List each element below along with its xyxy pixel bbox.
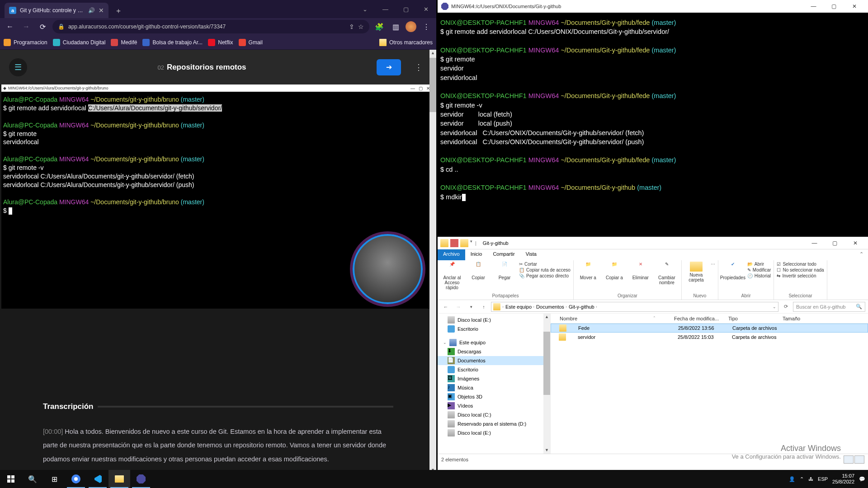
paste-shortcut-button[interactable]: 📎Pegar acceso directo [519,273,571,278]
network-icon[interactable]: 🖧 [808,476,813,482]
tab-inicio[interactable]: Inicio [465,249,488,260]
scroll-up-icon[interactable]: ▲ [429,50,436,56]
address-bar[interactable]: 🔒 app.aluracursos.com/course/git-github-… [52,20,369,33]
select-all-button[interactable]: ☑Seleccionar todo [777,262,824,267]
paste-button[interactable]: 📄Pegar [493,262,516,280]
col-date[interactable]: Fecha de modifica... [670,316,725,321]
chrome-taskbar-icon[interactable] [65,470,87,488]
path-segment[interactable]: Este equipo› [505,304,534,310]
path-segment[interactable]: Documentos› [536,304,567,310]
tree-item-disk-c[interactable]: Disco local (C:) [438,410,550,419]
more-menu-icon[interactable]: ⋮ [410,62,427,72]
refresh-button[interactable]: ⟳ [780,301,791,312]
tree-item-disk-e2[interactable]: Disco local (E:) [438,428,550,437]
close-button[interactable]: ✕ [416,2,436,16]
open-button[interactable]: 📂Abrir [747,262,771,267]
up-button[interactable]: ↑ [478,301,489,312]
qat-dropdown-icon[interactable]: ▾ [470,239,472,247]
tab-compartir[interactable]: Compartir [487,249,520,260]
clock[interactable]: 15:07 25/8/2022 [832,473,854,485]
edit-button[interactable]: ✎Modificar [747,267,771,272]
properties-icon[interactable] [450,239,458,247]
icons-view-button[interactable] [854,455,864,464]
bookmark-gmail[interactable]: Gmail [239,39,263,46]
explorer-search[interactable]: Buscar en Git-y-github 🔍 [793,302,865,312]
back-button[interactable]: ← [4,20,16,33]
git-taskbar-icon[interactable] [130,470,152,488]
extensions-icon[interactable]: 🧩 [373,20,386,33]
minimize-button[interactable]: ― [375,2,396,16]
maximize-button[interactable]: ▢ [824,0,844,13]
git-bash-titlebar[interactable]: MINGW64:/c/Users/ONIX/Documents/Git-y-gi… [438,0,868,13]
tree-item-images[interactable]: 🖼Imágenes [438,374,550,383]
git-bash-body[interactable]: ONIX@DESKTOP-PACHHF1 MINGW64 ~/Documents… [438,13,868,207]
file-row-fede[interactable]: Fede 25/8/2022 13:56 Carpeta de archivos [551,324,868,333]
recent-dropdown-icon[interactable]: ▾ [466,301,476,312]
folder-icon[interactable] [440,239,448,247]
maximize-button[interactable]: ▢ [825,237,845,249]
copy-path-button[interactable]: 📋Copiar ruta de acceso [519,267,571,272]
col-type[interactable]: Tipo [725,316,779,321]
scrollbar-thumb[interactable] [429,58,436,112]
tab-vista[interactable]: Vista [520,249,542,260]
tree-item-desktop[interactable]: Escritorio [438,324,550,333]
pin-button[interactable]: 📌Anclar al Acceso rápido [440,262,464,290]
tree-item-disk-d[interactable]: Reservado para el sistema (D:) [438,419,550,428]
col-size[interactable]: Tamaño [779,316,815,321]
rename-button[interactable]: ✎Cambiar nombre [655,262,679,285]
tab-close-icon[interactable]: ✕ [99,7,104,14]
new-folder-button[interactable]: Nueva carpeta [684,262,708,282]
taskbar[interactable]: 🔍 ⊞ 👤 ⌃ 🖧 ESP 15:07 25/8/2022 💬 [0,470,868,488]
properties-button[interactable]: ✔Propiedades [721,262,745,280]
start-button[interactable] [0,470,22,488]
reload-button[interactable]: ⟳ [36,20,49,33]
tree-item-disk-e[interactable]: Disco local (E:) [438,315,550,324]
new-folder-icon[interactable] [460,239,468,247]
minimize-icon[interactable]: ― [410,86,415,91]
details-view-button[interactable] [844,455,854,464]
notifications-icon[interactable]: 💬 [859,476,865,482]
course-menu-button[interactable]: ☰ [9,58,27,76]
new-item-button[interactable]: ⋯ [711,262,715,267]
reading-list-icon[interactable]: ▥ [389,20,402,33]
col-name[interactable]: Nombre ⌃ [551,316,670,321]
delete-button[interactable]: ✕Eliminar [629,262,652,280]
back-button[interactable]: ← [440,301,451,312]
vscode-taskbar-icon[interactable] [87,470,108,488]
forward-button[interactable]: → [20,20,33,33]
star-icon[interactable]: ☆ [358,23,364,30]
path-bar[interactable]: › Este equipo› Documentos› Git-y-github›… [491,302,778,312]
profile-avatar[interactable] [406,21,416,32]
bookmark-ciudadano-digital[interactable]: Ciudadano Digital [53,39,106,46]
share-icon[interactable]: ⇪ [349,23,354,30]
people-icon[interactable]: 👤 [789,476,795,482]
bookmark-netflix[interactable]: Netflix [208,39,233,46]
path-dropdown-icon[interactable]: ⌄ [773,305,776,309]
select-none-button[interactable]: ☐No seleccionar nada [777,267,824,272]
search-icon[interactable]: 🔍 [856,304,862,310]
move-to-button[interactable]: 📁Mover a [576,262,600,280]
mute-icon[interactable]: 🔊 [88,7,95,14]
minimize-button[interactable]: ― [804,237,825,249]
language-indicator[interactable]: ESP [818,476,828,482]
collapse-ribbon-icon[interactable]: ⌃ [855,249,868,260]
bookmark-programacion[interactable]: Programacion [4,39,47,46]
path-segment[interactable]: Git-y-github› [569,304,597,310]
tray-chevron-icon[interactable]: ⌃ [800,476,804,482]
cut-button[interactable]: ✂Cortar [519,262,571,267]
tree-item-downloads[interactable]: ⬇Descargas [438,347,550,356]
task-view-button[interactable]: ⊞ [43,470,65,488]
search-button[interactable]: 🔍 [22,470,43,488]
bookmark-medife[interactable]: Medifé [111,39,137,46]
video-area[interactable]: ◆ MINGW64:/c/Users/Alura/Documents/git-y… [1,84,432,374]
new-tab-button[interactable]: ＋ [112,5,125,17]
file-list[interactable]: Nombre ⌃ Fecha de modifica... Tipo Tamañ… [551,314,868,454]
chrome-dropdown-icon[interactable]: ⌄ [355,2,375,16]
close-button[interactable]: ✕ [845,237,865,249]
minimize-button[interactable]: ― [803,0,824,13]
tab-archivo[interactable]: Archivo [438,249,465,260]
tree-item-music[interactable]: ♪Música [438,383,550,392]
copy-button[interactable]: 📋Copiar [467,262,490,280]
menu-icon[interactable]: ⋮ [420,20,433,33]
tree-item-3d[interactable]: ▣Objetos 3D [438,392,550,401]
